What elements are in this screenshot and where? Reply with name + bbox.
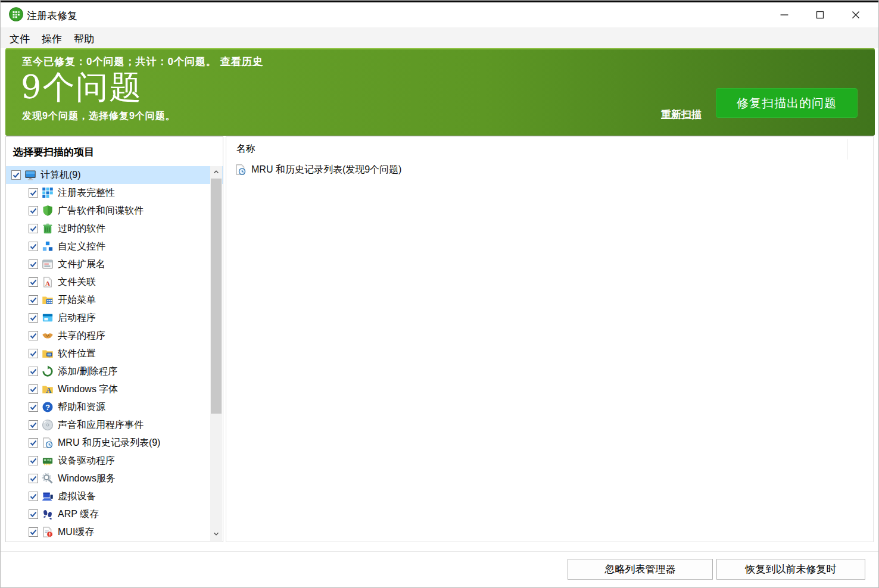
checkbox-windows-fonts[interactable]: [29, 384, 38, 394]
results-list: MRU 和历史记录列表(发现9个问题): [226, 161, 873, 179]
sidebar-item-virtual-devices[interactable]: 虚拟设备: [6, 487, 223, 505]
virtual-device-icon: [42, 490, 54, 502]
ignore-list-button[interactable]: 忽略列表管理器: [568, 559, 713, 580]
column-separator: [847, 139, 847, 159]
minimize-button[interactable]: [766, 2, 802, 27]
svg-text:A: A: [45, 280, 51, 287]
sidebar-item-computer[interactable]: 计算机(9): [6, 166, 223, 184]
titlebar: 注册表修复: [1, 2, 878, 27]
sidebar-item-add-remove-programs[interactable]: 添加/删除程序: [6, 362, 223, 380]
footer-divider: [1, 551, 878, 552]
svg-text:?: ?: [45, 403, 50, 412]
menu-item-file[interactable]: 文件: [4, 31, 36, 47]
scrollbar-thumb[interactable]: [211, 179, 222, 414]
sidebar-item-file-associations[interactable]: A文件关联: [6, 273, 223, 291]
rescan-link[interactable]: 重新扫描: [661, 108, 702, 121]
checkbox-mru-history[interactable]: [29, 438, 38, 448]
result-item-mru-result[interactable]: MRU 和历史记录列表(发现9个问题): [226, 161, 873, 179]
sidebar-item-label: MRU 和历史记录列表(9): [58, 437, 160, 449]
sidebar-item-arp-cache[interactable]: ARP 缓存: [6, 505, 223, 523]
checkbox-file-associations[interactable]: [29, 277, 38, 287]
restore-button[interactable]: 恢复到以前未修复时: [716, 559, 865, 580]
checkbox-adware-spyware[interactable]: [29, 206, 38, 215]
tree-scrollbar[interactable]: [210, 166, 222, 541]
sidebar-item-obsolete-software[interactable]: 过时的软件: [6, 220, 223, 237]
menu-bar: 文件操作帮助: [1, 27, 878, 48]
sidebar-item-label: 计算机(9): [40, 169, 81, 182]
checkbox-startup-programs[interactable]: [29, 313, 38, 323]
scan-result-banner: 至今已修复：0个问题；共计：0个问题。 查看历史 9个问题 发现9个问题，选择修…: [5, 48, 875, 136]
issues-headline: 9个问题: [21, 66, 142, 110]
sidebar-item-start-menu[interactable]: 开始菜单: [6, 291, 223, 309]
sidebar-item-mui-cache[interactable]: MUI缓存: [6, 523, 223, 541]
checkbox-custom-controls[interactable]: [29, 242, 38, 251]
result-item-label: MRU 和历史记录列表(发现9个问题): [251, 164, 401, 176]
checkbox-windows-services[interactable]: [29, 474, 38, 483]
sidebar-item-label: 软件位置: [58, 348, 96, 360]
checkbox-software-locations[interactable]: [29, 349, 38, 358]
sidebar-item-label: ARP 缓存: [58, 508, 99, 521]
sidebar-item-label: 广告软件和间谍软件: [58, 205, 144, 217]
sidebar-item-label: 注册表完整性: [58, 187, 115, 199]
sidebar-item-windows-fonts[interactable]: AWindows 字体: [6, 380, 223, 398]
sidebar-item-shared-programs[interactable]: 共享的程序: [6, 327, 223, 345]
checkbox-file-extensions[interactable]: [29, 259, 38, 269]
svg-text:A: A: [46, 386, 51, 395]
view-history-link[interactable]: 查看历史: [220, 56, 263, 67]
doc-alert-icon: [42, 526, 54, 538]
sidebar-item-help-resources[interactable]: ?帮助和资源: [6, 398, 223, 416]
sidebar-item-label: 文件关联: [58, 276, 96, 289]
sidebar-item-registry-integrity[interactable]: 注册表完整性: [6, 184, 223, 202]
mru-clock-doc-icon: [235, 164, 247, 176]
app-icon: [9, 7, 23, 21]
sidebar-header: 选择要扫描的项目: [13, 145, 94, 159]
sidebar-item-startup-programs[interactable]: 启动程序: [6, 309, 223, 327]
checkbox-mui-cache[interactable]: [29, 527, 38, 537]
maximize-button[interactable]: [802, 2, 838, 27]
sidebar-item-label: MUI缓存: [58, 526, 94, 539]
recycle-arrows-icon: [42, 365, 54, 377]
scan-items-panel: 选择要扫描的项目 计算机(9)注册表完整性广告软件和间谍软件过时的软件自定义控件…: [5, 136, 223, 542]
checkbox-device-drivers[interactable]: [29, 456, 38, 465]
sidebar-item-label: 开始菜单: [58, 294, 96, 306]
close-button[interactable]: [838, 2, 874, 27]
sidebar-item-label: Windows 字体: [58, 383, 118, 396]
checkbox-add-remove-programs[interactable]: [29, 367, 38, 376]
checkbox-obsolete-software[interactable]: [29, 224, 38, 233]
start-menu-icon: [42, 294, 54, 306]
checkbox-help-resources[interactable]: [29, 402, 38, 412]
checkbox-start-menu[interactable]: [29, 295, 38, 305]
fonts-folder-icon: A: [42, 383, 54, 395]
sidebar-item-label: 共享的程序: [58, 330, 105, 342]
checkbox-virtual-devices[interactable]: [29, 492, 38, 501]
sidebar-item-label: 过时的软件: [58, 223, 105, 235]
checkbox-registry-integrity[interactable]: [29, 188, 38, 198]
menu-item-action[interactable]: 操作: [36, 31, 68, 47]
checkbox-shared-programs[interactable]: [29, 331, 38, 340]
window-title: 注册表修复: [27, 9, 77, 23]
sidebar-item-device-drivers[interactable]: 设备驱动程序: [6, 452, 223, 470]
sidebar-item-sound-events[interactable]: 声音和应用程序事件: [6, 416, 223, 434]
issues-subline: 发现9个问题，选择修复9个问题。: [22, 110, 176, 123]
fix-issues-button[interactable]: 修复扫描出的问题: [716, 88, 858, 118]
sidebar-item-mru-history[interactable]: MRU 和历史记录列表(9): [6, 434, 223, 452]
scrollbar-up-icon[interactable]: [210, 166, 222, 178]
checkbox-arp-cache[interactable]: [29, 509, 38, 519]
checkbox-sound-events[interactable]: [29, 420, 38, 430]
name-column-header[interactable]: 名称: [236, 143, 255, 155]
sidebar-item-custom-controls[interactable]: 自定义控件: [6, 237, 223, 255]
sidebar-item-software-locations[interactable]: 软件位置: [6, 345, 223, 362]
sidebar-item-file-extensions[interactable]: 文件扩展名: [6, 255, 223, 273]
menu-item-help[interactable]: 帮助: [68, 31, 100, 47]
sidebar-item-windows-services[interactable]: Windows服务: [6, 470, 223, 487]
scrollbar-down-icon[interactable]: [210, 528, 222, 540]
sidebar-item-adware-spyware[interactable]: 广告软件和间谍软件: [6, 202, 223, 220]
window-ext-icon: [42, 258, 54, 270]
checkbox-computer[interactable]: [11, 170, 21, 180]
footprints-icon: [42, 508, 54, 520]
folder-monitor-icon: [42, 348, 54, 359]
sidebar-item-label: 自定义控件: [58, 240, 105, 253]
registry-repair-window: 注册表修复 文件操作帮助 至今已修复：0个问题；共计：0个问题。 查看历史 9个…: [0, 0, 879, 588]
startup-window-icon: [42, 312, 54, 324]
sidebar-item-label: 声音和应用程序事件: [58, 419, 144, 431]
